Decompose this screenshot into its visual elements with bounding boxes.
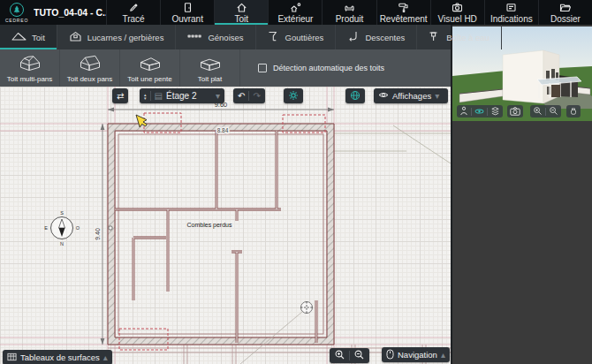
auto-detect-checkbox[interactable] [258, 64, 267, 72]
ribbon-tab-label: Génoises [208, 33, 243, 42]
zoom-in-3d-button[interactable] [533, 103, 543, 119]
floor-spinner[interactable]: ▴▾ [144, 93, 147, 100]
zoom-in-button[interactable] [334, 349, 345, 362]
ribbon-tab-lucarnes[interactable]: Lucarnes / gerbières [57, 25, 177, 49]
orbit-mode-button[interactable] [474, 103, 484, 119]
chevron-up-icon: ▴ [103, 353, 108, 362]
svg-text:E: E [44, 225, 48, 231]
roof-outline-icon [11, 31, 27, 43]
ribbon-tab-descentes[interactable]: Descentes [336, 25, 417, 49]
svg-text:8.84: 8.84 [217, 127, 229, 133]
svg-text:N: N [60, 241, 64, 246]
cedreo-tree-icon [10, 3, 24, 17]
roof-multi-pans-icon [17, 53, 43, 73]
compass: S N E O [44, 210, 80, 246]
navigation-label: Navigation [398, 350, 437, 360]
roof-une-pente-icon [137, 53, 163, 73]
dashed-selection-zones[interactable] [119, 113, 325, 350]
cedreo-logo: CEDREO [0, 0, 34, 25]
svg-text:S: S [60, 210, 64, 216]
floor-selector-value: Étage 2 [166, 91, 196, 101]
tab-trace[interactable]: Tracé [106, 0, 160, 25]
tab-label: Ouvrant [171, 14, 203, 24]
tab-label: Toit [234, 14, 248, 24]
tab-exterieur[interactable]: Extérieur [268, 0, 322, 25]
roof-projection-lines [334, 125, 451, 163]
floor-selector[interactable]: ▴▾ ▤ Étage 2 ▾ [140, 88, 224, 103]
undo-button[interactable]: ↶ [238, 91, 245, 101]
tool-toit-deux-pans[interactable]: Toit deux pans [60, 49, 120, 87]
snapshot-camera-button[interactable] [510, 103, 520, 119]
tool-label: Toit multi-pans [7, 75, 53, 83]
ribbon-tab-label: Lucarnes / gerbières [87, 33, 164, 42]
redo-button[interactable]: ↷ [253, 91, 260, 101]
gutter-icon [268, 31, 280, 43]
ribbon-tab-toit[interactable]: Toit [0, 25, 57, 49]
tab-revetement[interactable]: Revêtement [376, 0, 430, 25]
zoom-controls [330, 348, 369, 363]
app-window: CEDREO TUTO_04-04 - C... Tracé Ouvrant T… [0, 0, 592, 364]
affichages-label: Affichages [392, 91, 431, 101]
note-icon [505, 2, 517, 13]
navigation-dropdown[interactable]: Navigation ▴ [382, 347, 450, 362]
logo-label: CEDREO [5, 18, 28, 23]
tab-label: Visuel HD [438, 14, 477, 24]
ribbon-tools: Toit multi-pans Toit deux pans Toit une … [0, 49, 451, 87]
tab-label: Tracé [122, 14, 144, 24]
tab-dossier[interactable]: Dossier [538, 0, 592, 25]
affichages-dropdown[interactable]: Affichages ▾ [374, 88, 448, 103]
tab-indications[interactable]: Indications [484, 0, 538, 25]
chevron-up-icon: ▴ [441, 350, 445, 360]
svg-text:O: O [76, 225, 80, 231]
settings-button[interactable] [284, 88, 303, 103]
zoom-out-button[interactable] [353, 349, 365, 362]
sync-view-button[interactable]: ⇄ [112, 88, 128, 103]
tool-label: Toit une pente [127, 75, 171, 83]
sync-icon: ⇄ [117, 91, 124, 101]
exterior-icon [290, 2, 301, 13]
outer-walls[interactable] [108, 124, 334, 345]
tab-label: Dossier [550, 14, 581, 24]
hand-pan-button[interactable] [569, 103, 578, 119]
roof-plat-icon [197, 53, 224, 73]
ribbon-tab-label: Descentes [365, 33, 405, 42]
interior-walls[interactable] [115, 131, 316, 343]
tab-produit[interactable]: Produit [322, 0, 376, 25]
table-icon [7, 353, 17, 363]
chevron-down-icon: ▾ [435, 91, 439, 101]
origin-marker[interactable] [109, 226, 112, 230]
tool-toit-plat[interactable]: Toit plat [180, 49, 240, 87]
document-title: TUTO_04-04 - C... [34, 0, 106, 25]
floors-view-button[interactable] [490, 103, 500, 119]
walk-mode-button[interactable] [459, 103, 468, 119]
ribbon-tab-label: Gouttières [285, 33, 324, 42]
gear-icon [288, 90, 299, 102]
view-mode-group [457, 105, 503, 118]
right-panel [451, 25, 592, 364]
tab-label: Extérieur [277, 14, 313, 24]
tab-visuel-hd[interactable]: Visuel HD [430, 0, 484, 25]
ribbon-tab-boite-a-eau[interactable]: Boîte à eau [417, 25, 502, 49]
move-target-icon[interactable] [240, 302, 313, 364]
roof-deux-pans-icon [77, 53, 103, 73]
top-bar: CEDREO TUTO_04-04 - C... Tracé Ouvrant T… [0, 0, 592, 25]
dormer-icon [69, 31, 82, 43]
zoom-out-3d-button[interactable] [549, 103, 558, 119]
ribbon-tab-label: Boîte à eau [446, 33, 490, 42]
ribbon-tab-gouttieres[interactable]: Gouttières [256, 25, 337, 49]
globe-button[interactable] [345, 88, 365, 103]
tab-toit[interactable]: Toit [214, 0, 268, 25]
paint-roller-icon [398, 2, 409, 13]
ribbon-tab-genoises[interactable]: Génoises [176, 25, 255, 49]
auto-detect-label: Détection automatique des toits [273, 64, 384, 72]
tab-label: Produit [336, 14, 364, 24]
tool-toit-une-pente[interactable]: Toit une pente [120, 49, 180, 87]
tab-label: Revêtement [380, 14, 428, 24]
floorplan-canvas[interactable]: 9.60 8.84 9.40 Combles perdus S N E O [0, 87, 451, 364]
auto-detect-checkbox-row[interactable]: Détection automatique des toits [240, 49, 384, 87]
tool-toit-multi-pans[interactable]: Toit multi-pans [0, 49, 60, 87]
tool-label: Toit deux pans [67, 75, 113, 83]
inner-wall-line [118, 134, 323, 334]
tab-ouvrant[interactable]: Ouvrant [160, 0, 214, 25]
surfaces-panel-toggle[interactable]: Tableaux de surfaces ▴ [3, 350, 112, 364]
